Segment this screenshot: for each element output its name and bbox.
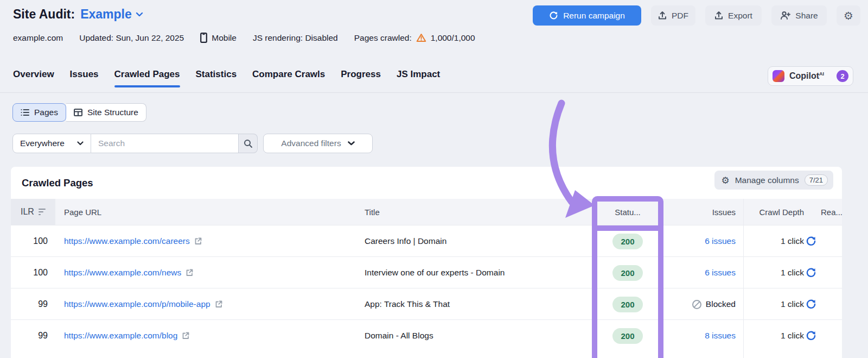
external-link-icon[interactable] <box>214 300 223 309</box>
pages-crawled-value: 1,000/1,000 <box>431 33 475 43</box>
ilr-value: 99 <box>11 320 48 351</box>
chevron-down-icon <box>77 141 84 146</box>
external-link-icon[interactable] <box>181 331 190 340</box>
campaign-meta: example.com Updated: Sun, Jun 22, 2025 M… <box>13 33 475 43</box>
upload-icon <box>714 11 723 20</box>
table-grid-icon <box>74 109 82 116</box>
settings-button[interactable]: ⚙ <box>837 5 860 26</box>
blocked-icon <box>692 299 702 310</box>
warning-triangle-icon <box>416 33 426 42</box>
device-type: Mobile <box>200 33 237 43</box>
person-plus-icon <box>780 11 790 20</box>
issues-link[interactable]: 6 issues <box>705 236 736 246</box>
pdf-button[interactable]: PDF <box>651 5 695 26</box>
column-header-page-url[interactable]: Page URL <box>64 199 101 225</box>
column-header-crawl-depth[interactable]: Crawl Depth <box>744 199 804 225</box>
tab-js-impact[interactable]: JS Impact <box>397 69 440 87</box>
recrawl-button[interactable] <box>799 257 824 288</box>
recrawl-icon <box>806 236 816 247</box>
search-button[interactable] <box>239 134 258 153</box>
crawl-depth-value: 1 click <box>744 257 804 288</box>
chevron-down-icon <box>348 141 355 146</box>
pages-crawled: Pages crawled: 1,000/1,000 <box>354 33 475 43</box>
export-button[interactable]: Export <box>705 5 762 26</box>
tab-compare-crawls[interactable]: Compare Crawls <box>252 69 325 87</box>
crawl-depth-value: 1 click <box>744 320 804 351</box>
copilot-button[interactable]: CopilotAI 2 <box>768 66 853 86</box>
table-row: 99https://www.example.com/blogDomain - A… <box>11 319 842 351</box>
magnifier-icon <box>244 139 253 148</box>
chevron-down-icon <box>136 12 143 17</box>
status-code-badge: 200 <box>612 265 642 281</box>
recrawl-icon <box>806 330 816 341</box>
recrawl-icon <box>806 267 816 278</box>
filter-bar: Everywhere Advanced filters <box>12 134 373 153</box>
ilr-value: 100 <box>11 257 48 288</box>
columns-count-badge: 7/21 <box>805 174 828 186</box>
last-updated: Updated: Sun, Jun 22, 2025 <box>79 33 184 43</box>
page-title-cell: Domain - All Blogs <box>365 320 433 351</box>
tab-crawled-pages[interactable]: Crawled Pages <box>114 69 180 87</box>
manage-columns-button[interactable]: ⚙ Manage columns 7/21 <box>714 171 833 190</box>
status-code-badge: 200 <box>612 328 642 344</box>
refresh-icon <box>549 11 558 20</box>
column-header-status[interactable]: Statu... <box>597 199 658 225</box>
external-link-icon[interactable] <box>194 237 202 246</box>
tab-issues[interactable]: Issues <box>70 69 99 87</box>
share-button[interactable]: Share <box>771 5 827 26</box>
copilot-count-badge: 2 <box>837 70 848 82</box>
campaign-domain: example.com <box>13 33 63 43</box>
pages-view-button[interactable]: Pages <box>12 103 66 122</box>
column-header-title[interactable]: Title <box>365 199 380 225</box>
scope-select[interactable]: Everywhere <box>12 134 91 153</box>
column-header-rea[interactable]: Rea... <box>821 199 843 225</box>
table-header-row: ILR Page URL Title Statu... Issues Crawl… <box>11 199 842 225</box>
issues-blocked-label: Blocked <box>706 299 736 309</box>
tab-progress[interactable]: Progress <box>341 69 381 87</box>
page-url-link[interactable]: https://www.example.com/careers <box>64 236 190 246</box>
gear-icon: ⚙ <box>844 10 853 21</box>
page-url-link[interactable]: https://www.example.com/p/mobile-app <box>64 299 210 309</box>
column-divider <box>743 199 744 358</box>
ilr-value: 99 <box>11 288 48 320</box>
tab-bar: OverviewIssuesCrawled PagesStatisticsCom… <box>13 69 440 87</box>
crawled-pages-card: Crawled Pages ⚙ Manage columns 7/21 ILR … <box>11 167 842 358</box>
gear-icon: ⚙ <box>721 175 729 186</box>
ilr-value: 100 <box>11 225 48 257</box>
page-url-link[interactable]: https://www.example.com/blog <box>64 331 177 341</box>
recrawl-button[interactable] <box>799 320 824 351</box>
external-link-icon[interactable] <box>185 268 194 277</box>
issues-link[interactable]: 8 issues <box>705 331 736 341</box>
tab-overview[interactable]: Overview <box>13 69 54 87</box>
list-icon <box>21 109 29 116</box>
tab-statistics[interactable]: Statistics <box>196 69 237 87</box>
table-row: 99https://www.example.com/p/mobile-appAp… <box>11 288 842 319</box>
page-url-link[interactable]: https://www.example.com/news <box>64 268 181 278</box>
copilot-logo-icon <box>773 70 784 82</box>
column-header-ilr[interactable]: ILR <box>11 199 55 225</box>
table-row: 100https://www.example.com/newsInterview… <box>11 256 842 288</box>
recrawl-button[interactable] <box>799 288 824 320</box>
mobile-phone-icon <box>200 33 207 43</box>
status-code-badge: 200 <box>612 297 642 312</box>
page-title-cell: App: Track This & That <box>365 288 450 320</box>
page-title: Site Audit: <box>13 7 75 22</box>
js-rendering-status: JS rendering: Disabled <box>253 33 338 43</box>
upload-icon <box>658 11 667 20</box>
project-picker[interactable]: Example <box>80 7 143 22</box>
sort-descending-icon <box>39 209 46 216</box>
crawl-depth-value: 1 click <box>744 225 804 257</box>
rerun-campaign-button[interactable]: Rerun campaign <box>533 5 641 26</box>
issues-link[interactable]: 6 issues <box>705 268 736 278</box>
crawl-depth-value: 1 click <box>744 288 804 320</box>
recrawl-icon <box>806 299 816 310</box>
table-body: 100https://www.example.com/careersCareer… <box>11 225 842 351</box>
recrawl-button[interactable] <box>799 225 824 257</box>
search-input[interactable] <box>91 134 239 153</box>
page-title-cell: Careers Info | Domain <box>365 225 446 257</box>
site-structure-view-button[interactable]: Site Structure <box>66 103 146 122</box>
advanced-filters-button[interactable]: Advanced filters <box>263 134 373 153</box>
project-name[interactable]: Example <box>80 7 132 22</box>
column-header-issues[interactable]: Issues <box>654 199 736 225</box>
page-title-cell: Interview one of our experts - Domain <box>365 257 505 288</box>
